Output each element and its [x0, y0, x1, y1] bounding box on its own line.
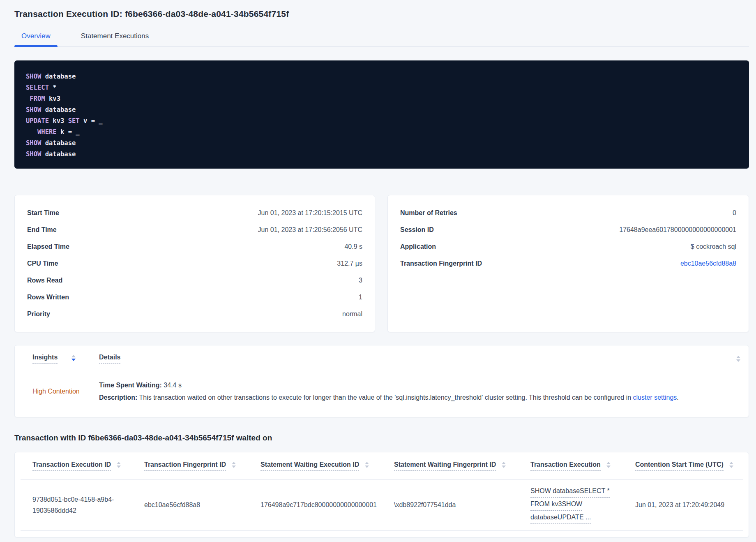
summary-cards-row: Start TimeJun 01, 2023 at 17:20:15:2015 … [14, 195, 749, 332]
cell-contention-start-time: Jun 01, 2023 at 17:20:49:2049 [635, 501, 743, 509]
details-column-label: Details [99, 354, 120, 364]
summary-label: End Time [27, 226, 57, 234]
sql-line: WHERE k = _ [26, 127, 738, 138]
summary-label: Rows Read [27, 277, 62, 284]
table-row: 9738d051-bc0e-4158-a9b4-1903586ddd42 ebc… [21, 479, 743, 531]
summary-value: 40.9 s [344, 243, 362, 250]
column-header-statement-waiting-execution-id[interactable]: Statement Waiting Execution ID [260, 461, 394, 471]
column-header-label: Statement Waiting Fingerprint ID [394, 461, 496, 471]
insights-column-header[interactable]: Insights [32, 354, 99, 364]
sort-icon[interactable] [502, 462, 506, 468]
time-spent-waiting: Time Spent Waiting: 34.4 s [99, 379, 735, 391]
summary-row: Number of Retries0 [400, 204, 736, 221]
waited-table-header: Transaction Execution IDTransaction Fing… [21, 452, 743, 479]
insights-column-label: Insights [32, 354, 58, 364]
cell-statement-waiting-execution-id: 176498a9c717bdc80000000000000001 [260, 501, 394, 509]
page-title: Transaction Execution ID: f6be6366-da03-… [14, 0, 749, 19]
summary-label: Elapsed Time [27, 243, 69, 250]
insight-row: High Contention Time Spent Waiting: 34.4… [21, 372, 743, 411]
sort-icon[interactable] [71, 355, 76, 361]
summary-row: Session ID17648a9eea60178000000000000000… [400, 221, 736, 238]
execution-summary-card: Start TimeJun 01, 2023 at 17:20:15:2015 … [14, 195, 375, 332]
sql-statements-box: SHOW databaseSELECT * FROM kv3SHOW datab… [14, 60, 749, 169]
summary-row: Transaction Fingerprint IDebc10ae56cfd88… [400, 255, 736, 272]
summary-value: 1 [359, 294, 362, 301]
session-summary-card: Number of Retries0Session ID17648a9eea60… [387, 195, 749, 332]
column-header-label: Contention Start Time (UTC) [635, 461, 724, 471]
tab-overview[interactable]: Overview [14, 32, 58, 46]
column-header-statement-waiting-fingerprint-id[interactable]: Statement Waiting Fingerprint ID [394, 461, 530, 471]
summary-label: Number of Retries [400, 209, 457, 217]
column-header-transaction-execution-id[interactable]: Transaction Execution ID [32, 461, 144, 471]
tab-statement-executions-label: Statement Executions [81, 32, 149, 40]
sort-icon[interactable] [365, 462, 369, 468]
column-header-transaction-execution[interactable]: Transaction Execution [530, 461, 635, 471]
summary-row: Start TimeJun 01, 2023 at 17:20:15:2015 … [27, 204, 362, 221]
insight-details: Time Spent Waiting: 34.4 s Description: … [99, 379, 743, 404]
summary-row: End TimeJun 01, 2023 at 17:20:56:2056 UT… [27, 221, 362, 238]
summary-label: Transaction Fingerprint ID [400, 260, 482, 267]
summary-row: Elapsed Time40.9 s [27, 238, 362, 255]
column-header-label: Transaction Fingerprint ID [144, 461, 226, 471]
summary-row: Prioritynormal [27, 306, 362, 322]
sort-icon[interactable] [232, 462, 236, 468]
cell-transaction-fingerprint-id: ebc10ae56cfd88a8 [144, 501, 260, 509]
transaction-fingerprint-link[interactable]: ebc10ae56cfd88a8 [680, 260, 736, 267]
column-header-contention-start-time-utc[interactable]: Contention Start Time (UTC) [635, 461, 743, 471]
summary-value: 17648a9eea6017800000000000000001 [619, 226, 736, 234]
summary-label: Rows Written [27, 294, 69, 301]
transaction-execution-link[interactable]: SHOW databaseSELECT * FROM kv3SHOW datab… [530, 485, 623, 524]
tab-overview-label: Overview [21, 32, 51, 40]
sort-icon[interactable] [736, 356, 740, 362]
summary-value: normal [342, 310, 362, 318]
cell-transaction-execution-id: 9738d051-bc0e-4158-a9b4-1903586ddd42 [32, 494, 144, 516]
insights-table-card: Insights Details High Contention Time Sp… [14, 345, 749, 417]
summary-row: Application$ cockroach sql [400, 238, 736, 255]
summary-label: Application [400, 243, 436, 250]
sql-line: UPDATE kv3 SET v = _ [26, 116, 738, 127]
sql-line: SHOW database [26, 104, 738, 116]
cell-transaction-execution: SHOW databaseSELECT * FROM kv3SHOW datab… [530, 485, 635, 525]
summary-value: Jun 01, 2023 at 17:20:56:2056 UTC [258, 226, 362, 234]
summary-row: CPU Time312.7 µs [27, 255, 362, 272]
summary-value: 3 [359, 277, 362, 284]
insights-table-header: Insights Details [21, 345, 743, 372]
sql-line: SHOW database [26, 149, 738, 160]
sql-line: FROM kv3 [26, 93, 738, 104]
sort-icon[interactable] [117, 462, 121, 468]
transaction-details-page: Transaction Execution ID: f6be6366-da03-… [14, 0, 749, 537]
column-header-label: Statement Waiting Execution ID [260, 461, 359, 471]
summary-label: CPU Time [27, 260, 58, 267]
summary-label: Session ID [400, 226, 434, 234]
column-header-label: Transaction Execution [530, 461, 601, 471]
summary-row: Rows Read3 [27, 272, 362, 289]
summary-label: Priority [27, 310, 50, 318]
high-contention-badge: High Contention [32, 388, 99, 395]
summary-value: Jun 01, 2023 at 17:20:15:2015 UTC [258, 209, 362, 217]
waited-on-heading: Transaction with ID f6be6366-da03-48de-a… [14, 433, 749, 442]
column-header-label: Transaction Execution ID [32, 461, 111, 471]
column-header-transaction-fingerprint-id[interactable]: Transaction Fingerprint ID [144, 461, 260, 471]
cluster-settings-link[interactable]: cluster settings [633, 394, 677, 401]
sql-line: SHOW database [26, 71, 738, 82]
tab-bar: Overview Statement Executions [14, 32, 749, 47]
sql-line: SHOW database [26, 138, 738, 149]
cell-statement-waiting-fingerprint-id: \xdb8922f077541dda [394, 501, 530, 509]
insight-description: Description: This transaction waited on … [99, 391, 735, 404]
summary-value: 0 [733, 209, 736, 217]
sort-icon[interactable] [606, 462, 611, 468]
waited-on-table-card: Transaction Execution IDTransaction Fing… [14, 452, 749, 537]
sql-line: SELECT * [26, 82, 738, 93]
summary-value: 312.7 µs [337, 260, 362, 267]
summary-label: Start Time [27, 209, 59, 217]
summary-value: $ cockroach sql [691, 243, 736, 250]
summary-row: Rows Written1 [27, 289, 362, 306]
sort-icon[interactable] [729, 462, 733, 468]
tab-statement-executions[interactable]: Statement Executions [74, 32, 156, 46]
